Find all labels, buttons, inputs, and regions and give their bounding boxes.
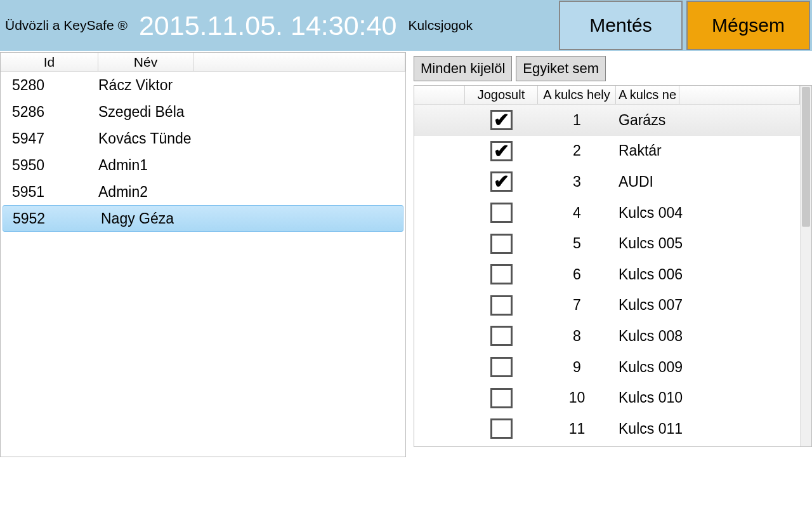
user-id: 5950 (12, 157, 98, 174)
keys-col-blank (414, 86, 465, 104)
key-name: Kulcs 010 (616, 389, 800, 406)
key-position: 9 (538, 359, 616, 376)
user-row[interactable]: 5286Szegedi Béla (1, 98, 405, 125)
user-name: Kovács Tünde (98, 130, 405, 147)
select-none-button[interactable]: Egyiket sem (516, 56, 606, 81)
timestamp-text: 2015.11.05. 14:30:40 (139, 10, 396, 41)
key-position: 6 (538, 266, 616, 283)
user-name: Admin1 (98, 157, 405, 174)
user-row[interactable]: 5952Nagy Géza (3, 205, 403, 232)
authorized-checkbox[interactable]: ✔ (490, 171, 513, 192)
key-position: 3 (538, 173, 616, 190)
key-name: Kulcs 009 (616, 359, 800, 376)
key-row[interactable]: 10Kulcs 010 (414, 382, 800, 413)
authorized-checkbox[interactable] (490, 388, 513, 408)
key-position: 1 (538, 112, 616, 129)
user-name: Nagy Géza (101, 210, 403, 227)
users-col-id[interactable]: Id (1, 53, 98, 71)
key-position: 11 (538, 420, 616, 438)
users-col-name[interactable]: Név (98, 53, 193, 71)
key-position: 10 (538, 389, 616, 406)
user-row[interactable]: 5950Admin1 (1, 152, 405, 178)
key-row[interactable]: 11Kulcs 011 (414, 413, 800, 444)
user-name: Admin2 (98, 184, 405, 201)
keys-col-position[interactable]: A kulcs hely (538, 86, 616, 104)
authorized-checkbox[interactable] (490, 234, 513, 254)
user-id: 5951 (12, 184, 98, 201)
user-name: Rácz Viktor (98, 77, 405, 94)
key-row[interactable]: ✔1Garázs (414, 105, 800, 136)
key-row[interactable]: 5Kulcs 005 (414, 228, 800, 259)
key-position: 2 (538, 142, 616, 159)
key-row[interactable]: 9Kulcs 009 (414, 352, 800, 383)
user-id: 5286 (12, 104, 98, 121)
user-id: 5947 (12, 130, 98, 147)
user-id: 5952 (13, 210, 101, 227)
key-name: Kulcs 006 (616, 266, 800, 283)
key-row[interactable]: 7Kulcs 007 (414, 290, 800, 321)
user-id: 5280 (12, 77, 98, 94)
authorized-checkbox[interactable] (490, 326, 513, 346)
save-button[interactable]: Mentés (559, 1, 683, 50)
key-name: Garázs (616, 112, 800, 129)
key-position: 8 (538, 328, 616, 345)
key-name: Kulcs 004 (616, 204, 800, 222)
keys-col-authorized[interactable]: Jogosult (465, 86, 538, 104)
keys-header-row: Jogosult A kulcs hely A kulcs ne (414, 86, 800, 105)
authorized-checkbox[interactable] (490, 357, 513, 377)
keys-col-name[interactable]: A kulcs ne (616, 86, 679, 104)
section-title: Kulcsjogok (408, 18, 473, 33)
user-row[interactable]: 5947Kovács Tünde (1, 125, 405, 152)
authorized-checkbox[interactable]: ✔ (490, 141, 513, 161)
key-position: 5 (538, 235, 616, 252)
key-row[interactable]: 4Kulcs 004 (414, 197, 800, 229)
key-row[interactable]: ✔3AUDI (414, 166, 800, 197)
keys-panel: Minden kijelöl Egyiket sem Jogosult A ku… (406, 52, 812, 457)
key-position: 7 (538, 297, 616, 314)
key-name: Raktár (616, 142, 800, 159)
user-row[interactable]: 5280Rácz Viktor (1, 72, 405, 98)
app-header: Üdvözli a KeySafe ® 2015.11.05. 14:30:40… (0, 0, 812, 52)
key-row[interactable]: ✔2Raktár (414, 136, 800, 167)
authorized-checkbox[interactable]: ✔ (490, 110, 513, 130)
welcome-text: Üdvözli a KeySafe ® (5, 18, 128, 33)
key-name: Kulcs 011 (616, 420, 800, 438)
key-position: 4 (538, 204, 616, 222)
authorized-checkbox[interactable] (490, 203, 513, 223)
key-name: Kulcs 007 (616, 297, 800, 314)
users-panel: Id Név 5280Rácz Viktor5286Szegedi Béla59… (0, 52, 406, 457)
key-name: Kulcs 005 (616, 235, 800, 252)
user-row[interactable]: 5951Admin2 (1, 178, 405, 205)
key-row[interactable]: 8Kulcs 008 (414, 321, 800, 352)
key-row[interactable]: 6Kulcs 006 (414, 259, 800, 290)
keys-scrollbar[interactable] (800, 86, 811, 446)
authorized-checkbox[interactable] (490, 264, 513, 284)
user-name: Szegedi Béla (98, 104, 405, 121)
authorized-checkbox[interactable] (490, 295, 513, 316)
users-col-blank (193, 53, 405, 71)
select-all-button[interactable]: Minden kijelöl (414, 56, 512, 81)
users-header-row: Id Név (1, 53, 405, 72)
keys-scrollbar-thumb[interactable] (802, 87, 810, 227)
key-name: AUDI (616, 173, 800, 190)
key-name: Kulcs 008 (616, 328, 800, 345)
cancel-button[interactable]: Mégsem (686, 1, 810, 50)
authorized-checkbox[interactable] (490, 418, 513, 439)
